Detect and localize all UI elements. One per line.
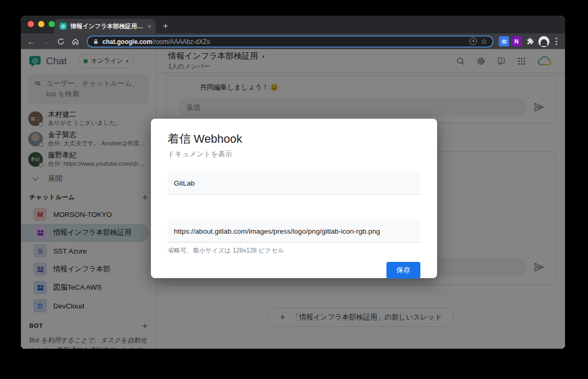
reload-icon[interactable] [54, 35, 67, 48]
browser-window: @ 情報インフラ本部検証用 - Chat × + ← → chat.google… [21, 16, 565, 349]
url-path: /room/AAAAbz-dXZs [152, 38, 210, 45]
browser-toolbar: ← → chat.google.com/room/AAAAbz-dXZs + ☆… [21, 33, 565, 49]
avatar-helper-text: 省略可、最小サイズは 128x128 ピクセル [168, 246, 420, 255]
tab-strip: @ 情報インフラ本部検証用 - Chat × + [21, 16, 565, 33]
minimize-window-button[interactable] [38, 21, 44, 27]
url-bar[interactable]: chat.google.com/room/AAAAbz-dXZs + ☆ [87, 36, 493, 48]
screen: @ 情報インフラ本部検証用 - Chat × + ← → chat.google… [0, 0, 588, 379]
browser-menu-icon[interactable] [551, 38, 561, 45]
extensions-puzzle-icon[interactable] [524, 35, 536, 48]
onenote-extension-icon[interactable]: N [511, 36, 522, 47]
page-content: @ Chat オンライン ▾ ユーザー、チャットルーム、 [21, 49, 565, 349]
profile-avatar[interactable] [538, 36, 549, 47]
forward-icon[interactable]: → [40, 35, 52, 48]
webhook-name-input[interactable] [168, 173, 420, 194]
home-icon[interactable] [69, 35, 81, 48]
browser-tab[interactable]: @ 情報インフラ本部検証用 - Chat × [54, 19, 156, 33]
fullscreen-window-button[interactable] [49, 21, 55, 27]
close-window-button[interactable] [28, 21, 34, 27]
webhook-avatar-url-input[interactable] [168, 221, 420, 243]
dialog-title: 着信 Webhook [168, 131, 420, 147]
url-host: chat.google.com [102, 38, 152, 45]
save-button[interactable]: 保存 [386, 262, 420, 279]
view-documentation-link[interactable]: ドキュメントを表示 [168, 150, 420, 159]
tab-title: 情報インフラ本部検証用 - Chat [70, 22, 144, 30]
bookmark-star-icon[interactable]: ☆ [480, 37, 487, 45]
window-controls [28, 21, 55, 27]
incoming-webhook-dialog: 着信 Webhook ドキュメントを表示 省略可、最小サイズは 128x128 … [151, 119, 437, 278]
chat-favicon-icon: @ [60, 22, 67, 30]
lock-icon [93, 38, 99, 45]
circle-plus-icon[interactable]: + [469, 38, 477, 45]
sheets-extension-icon[interactable] [499, 36, 509, 47]
new-tab-button[interactable]: + [159, 19, 172, 33]
back-icon[interactable]: ← [25, 35, 38, 48]
tab-close-icon[interactable]: × [147, 23, 151, 30]
